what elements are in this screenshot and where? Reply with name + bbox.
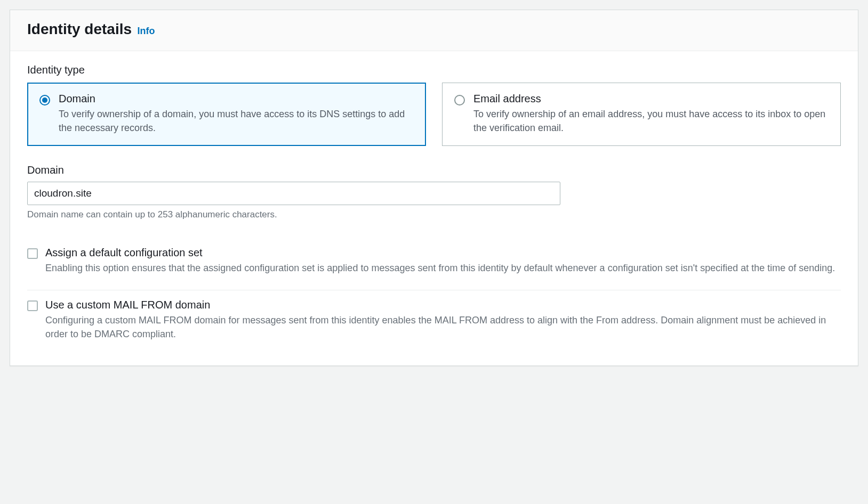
domain-field-group: Domain Domain name can contain up to 253… xyxy=(27,164,841,220)
domain-field-hint: Domain name can contain up to 253 alphan… xyxy=(27,209,841,220)
panel-title: Identity details xyxy=(27,21,132,37)
tile-email-title: Email address xyxy=(473,93,829,105)
mail-from-content: Use a custom MAIL FROM domain Configurin… xyxy=(45,299,841,341)
config-set-checkbox[interactable] xyxy=(27,248,38,259)
config-set-row: Assign a default configuration set Enabl… xyxy=(27,238,841,284)
domain-field-label: Domain xyxy=(27,164,841,176)
panel-header: Identity details Info xyxy=(10,10,858,51)
identity-type-domain-tile[interactable]: Domain To verify ownership of a domain, … xyxy=(27,83,426,146)
config-set-content: Assign a default configuration set Enabl… xyxy=(45,247,841,275)
radio-icon xyxy=(39,95,50,105)
tile-content: Email address To verify ownership of an … xyxy=(473,93,829,135)
radio-icon xyxy=(454,95,465,105)
mail-from-description: Configuring a custom MAIL FROM domain fo… xyxy=(45,313,841,341)
mail-from-row: Use a custom MAIL FROM domain Configurin… xyxy=(27,290,841,351)
mail-from-label[interactable]: Use a custom MAIL FROM domain xyxy=(45,299,841,311)
tile-domain-title: Domain xyxy=(59,93,414,105)
mail-from-checkbox[interactable] xyxy=(27,300,38,311)
info-link[interactable]: Info xyxy=(138,26,155,36)
tile-domain-description: To verify ownership of a domain, you mus… xyxy=(59,107,414,135)
config-set-label[interactable]: Assign a default configuration set xyxy=(45,247,841,259)
identity-details-panel: Identity details Info Identity type Doma… xyxy=(10,10,858,366)
tile-email-description: To verify ownership of an email address,… xyxy=(473,107,829,135)
identity-type-email-tile[interactable]: Email address To verify ownership of an … xyxy=(442,83,841,146)
tile-content: Domain To verify ownership of a domain, … xyxy=(59,93,414,135)
domain-input[interactable] xyxy=(27,182,560,205)
panel-body: Identity type Domain To verify ownership… xyxy=(10,51,858,365)
identity-type-tiles: Domain To verify ownership of a domain, … xyxy=(27,83,841,146)
config-set-description: Enabling this option ensures that the as… xyxy=(45,261,841,275)
identity-type-label: Identity type xyxy=(27,64,841,76)
